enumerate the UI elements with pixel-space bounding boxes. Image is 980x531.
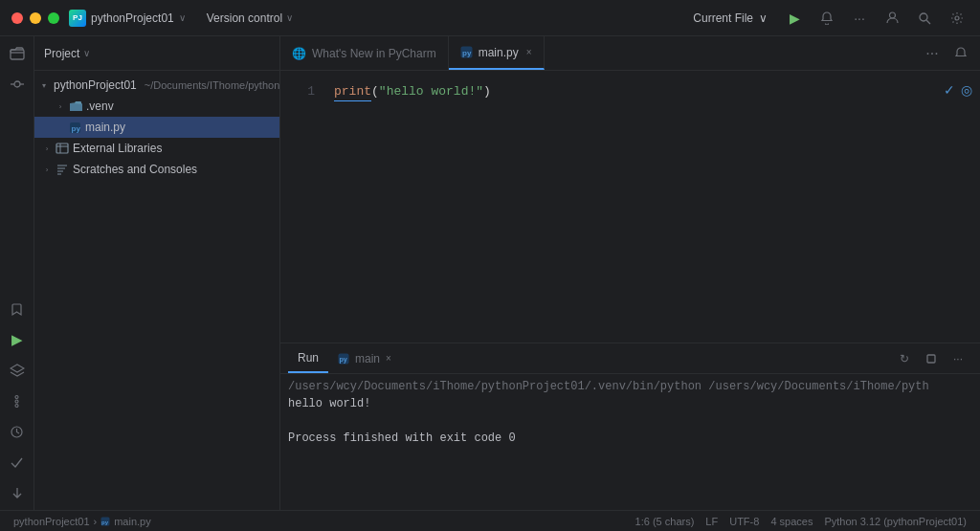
current-file-chevron-icon: ∨	[759, 11, 768, 25]
external-libs-icon	[56, 142, 69, 155]
activity-layers-icon[interactable]	[4, 357, 31, 384]
tree-arrow-scratches: ›	[42, 166, 52, 174]
python-file-icon: py	[69, 122, 81, 134]
root-path-label: ~/Documents/IThome/pythonProject01	[145, 79, 279, 91]
tree-label-mainpy: main.py	[85, 121, 125, 134]
panel-main-py-icon: py	[338, 353, 349, 365]
tab-bar-actions: ···	[913, 36, 980, 70]
tab-bar: 🌐 What's New in PyCharm py main.py × ···	[280, 36, 980, 71]
search-icon[interactable]	[913, 7, 936, 30]
status-bar: pythonProject01 › py main.py 1:6 (5 char…	[0, 510, 980, 531]
activity-settings2-icon[interactable]	[4, 387, 31, 414]
settings-icon[interactable]	[946, 7, 969, 30]
code-area[interactable]: print("hello world!")	[326, 71, 980, 343]
activity-bookmark-icon[interactable]	[4, 296, 31, 322]
panel-actions: ↻ ···	[890, 343, 972, 373]
tab-more-icon[interactable]: ···	[921, 42, 944, 65]
project-title-row[interactable]: Project ∨	[44, 47, 90, 60]
pycharm-logo: PJ	[69, 10, 86, 27]
svg-rect-14	[56, 144, 68, 153]
panel-more-icon[interactable]: ···	[947, 348, 969, 369]
svg-point-5	[14, 81, 20, 87]
status-encoding[interactable]: UTF-8	[724, 511, 765, 532]
version-control-chevron-icon: ∨	[286, 12, 293, 23]
tab-close-icon[interactable]: ×	[526, 47, 532, 57]
more-options-icon[interactable]: ···	[848, 7, 871, 30]
status-right: 1:6 (5 chars) LF UTF-8 4 spaces Python 3…	[630, 511, 972, 532]
tree-label-root: pythonProject01	[54, 78, 137, 92]
profile-icon[interactable]	[880, 7, 903, 30]
tree-label-scratches: Scratches and Consoles	[73, 163, 197, 176]
open-paren: (	[371, 82, 379, 101]
sidebar-chevron-icon: ∨	[83, 48, 90, 58]
tree-label-extlibs: External Libraries	[73, 142, 162, 155]
tree-item-root[interactable]: ▾ pythonProject01 ~/Documents/IThome/pyt…	[34, 75, 279, 96]
svg-text:py: py	[101, 520, 109, 525]
bottom-panel: Run py main × ↻	[280, 343, 980, 510]
svg-text:py: py	[462, 49, 472, 57]
tab-bell-icon[interactable]	[949, 42, 972, 65]
maximize-button[interactable]	[48, 12, 59, 24]
status-indent[interactable]: 4 spaces	[765, 511, 818, 532]
close-paren: )	[483, 82, 491, 101]
svg-line-2	[926, 20, 930, 24]
panel-tab-main-label: main	[355, 352, 380, 365]
status-indent-label: 4 spaces	[770, 516, 813, 527]
minimize-button[interactable]	[30, 12, 41, 24]
panel-content: /users/wcy/Documents/iThome/pythonProjec…	[280, 374, 980, 510]
project-name: pythonProject01	[91, 11, 174, 25]
close-button[interactable]	[11, 12, 23, 24]
version-control-selector[interactable]: Version control ∨	[201, 10, 299, 27]
panel-rerun-icon[interactable]: ↻	[894, 348, 915, 369]
sidebar-title: Project	[44, 47, 79, 60]
editor-content[interactable]: 1 print("hello world!") ✓ ◎	[280, 71, 980, 343]
status-project-name: pythonProject01	[13, 516, 90, 527]
svg-point-9	[15, 400, 18, 403]
activity-folder-icon[interactable]	[4, 40, 31, 67]
tree-arrow-venv: ›	[56, 102, 65, 111]
tab-py-file-icon: py	[460, 46, 473, 58]
status-lf-label: LF	[705, 516, 718, 527]
activity-arrow-down-icon[interactable]	[4, 479, 31, 506]
panel-tab-main-close-icon[interactable]: ×	[386, 353, 391, 364]
status-breadcrumb[interactable]: pythonProject01 › py main.py	[8, 511, 157, 532]
current-file-selector[interactable]: Current File ∨	[693, 11, 768, 25]
status-position-label: 1:6 (5 chars)	[635, 516, 695, 527]
status-sep1: ›	[94, 516, 98, 527]
tree-label-venv: .venv	[86, 100, 114, 113]
tree-item-mainpy[interactable]: py main.py	[34, 117, 279, 138]
console-line-output: hello world!	[288, 395, 972, 412]
tab-whats-new[interactable]: 🌐 What's New in PyCharm	[280, 36, 449, 70]
activity-commit-icon[interactable]	[4, 71, 31, 98]
svg-rect-21	[927, 355, 935, 363]
tab-main-py[interactable]: py main.py ×	[449, 36, 545, 70]
tree-item-scratches[interactable]: › Scratches and Consoles	[34, 159, 279, 180]
panel-tab-main[interactable]: py main ×	[328, 343, 401, 373]
debug-bell-icon[interactable]	[815, 7, 838, 30]
activity-expand-icon[interactable]	[4, 449, 31, 476]
activity-clock-icon[interactable]	[4, 418, 31, 445]
editor-bookmark2-icon[interactable]: ◎	[961, 82, 972, 98]
editor-check-icon[interactable]: ✓	[944, 82, 955, 98]
svg-point-3	[955, 16, 959, 20]
activity-run-icon[interactable]: ▶	[4, 326, 31, 353]
console-line-exit: Process finished with exit code 0	[288, 430, 972, 447]
venv-folder-icon	[69, 100, 82, 113]
project-tree: ▾ pythonProject01 ~/Documents/IThome/pyt…	[34, 71, 279, 510]
status-position[interactable]: 1:6 (5 chars)	[630, 511, 701, 532]
svg-rect-4	[11, 50, 24, 59]
status-encoding-label: UTF-8	[729, 516, 759, 527]
status-python-version[interactable]: Python 3.12 (pythonProject01)	[818, 511, 972, 532]
project-selector[interactable]: PJ pythonProject01 ∨	[69, 10, 186, 27]
svg-point-1	[920, 13, 927, 21]
status-line-ending[interactable]: LF	[700, 511, 724, 532]
run-button[interactable]: ▶	[783, 7, 806, 30]
tree-item-extlibs[interactable]: › External Libraries	[34, 138, 279, 159]
activity-bar: ▶	[0, 36, 34, 510]
panel-tab-run[interactable]: Run	[288, 343, 328, 373]
panel-stop-icon[interactable]	[921, 348, 942, 369]
tree-item-venv[interactable]: › .venv	[34, 96, 279, 117]
svg-text:py: py	[340, 356, 347, 364]
editor-container: 🌐 What's New in PyCharm py main.py × ···	[280, 36, 980, 343]
line-numbers: 1	[280, 71, 326, 343]
